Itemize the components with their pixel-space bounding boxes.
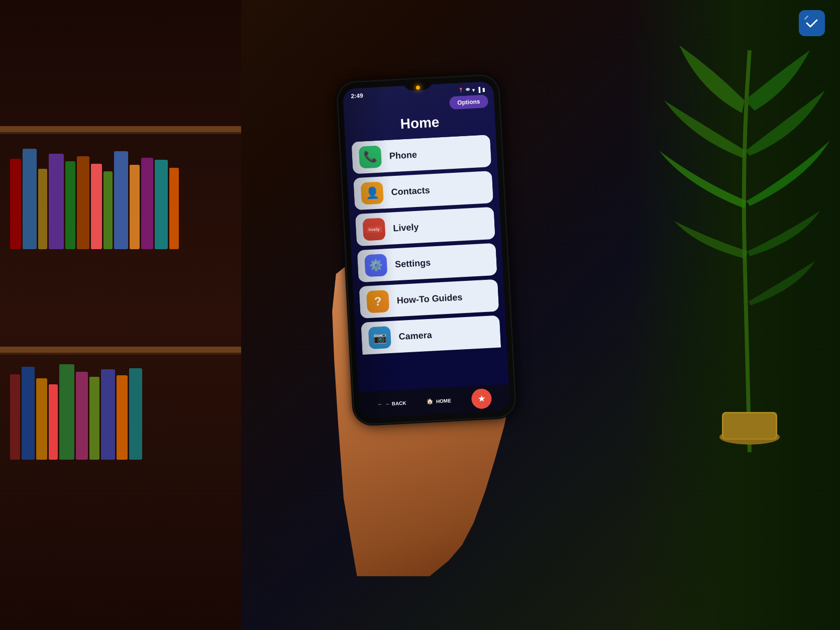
location-icon: 📍: [458, 88, 464, 93]
menu-item-phone[interactable]: 📞 Phone: [351, 135, 491, 174]
back-button[interactable]: ← ← BACK: [377, 400, 406, 407]
checkmark-badge-icon: [804, 15, 820, 31]
contacts-icon: 👤: [361, 181, 384, 204]
signal-icon: ▐: [477, 86, 481, 92]
battery-icon: ▮: [482, 86, 486, 92]
menu-label-contacts: Contacts: [391, 185, 430, 197]
urgent-button[interactable]: ★: [471, 388, 492, 409]
screen-content: Options Home 📞 Phone: [343, 94, 509, 392]
home-icon: 🏠: [427, 398, 434, 405]
camera-icon: 📷: [368, 326, 391, 349]
home-title: Home: [350, 112, 489, 135]
phone-device: 2:49 📍 👁 ▾ ▐ ▮ Options: [337, 75, 515, 425]
menu-label-lively: Lively: [393, 222, 419, 234]
menu-item-camera[interactable]: 📷 Camera: [361, 316, 501, 355]
options-button[interactable]: Options: [449, 94, 489, 110]
menu-item-howto[interactable]: ? How-To Guides: [359, 279, 499, 319]
phone-icon: 📞: [359, 145, 382, 168]
menu-label-phone: Phone: [389, 149, 417, 161]
wifi-icon: ▾: [472, 87, 475, 92]
back-arrow-icon: ←: [377, 401, 383, 407]
status-icons: 📍 👁 ▾ ▐ ▮: [458, 86, 486, 93]
lively-icon: lively: [362, 218, 385, 241]
menu-item-settings[interactable]: ⚙️ Settings: [357, 243, 497, 282]
menu-label-settings: Settings: [395, 257, 431, 270]
menu-item-contacts[interactable]: 👤 Contacts: [353, 171, 493, 210]
home-label: HOME: [436, 397, 452, 404]
scene-container: 2:49 📍 👁 ▾ ▐ ▮ Options: [0, 0, 840, 630]
watermark-badge: [799, 10, 825, 36]
back-label: ← BACK: [385, 400, 406, 406]
eye-icon: 👁: [466, 87, 471, 92]
phone-screen: 2:49 📍 👁 ▾ ▐ ▮ Options: [343, 81, 510, 418]
settings-icon: ⚙️: [364, 254, 387, 277]
lively-badge: lively: [366, 226, 382, 233]
menu-label-camera: Camera: [398, 330, 432, 342]
howto-icon: ?: [366, 290, 389, 313]
hand-phone-wrapper: 2:49 📍 👁 ▾ ▐ ▮ Options: [294, 69, 546, 561]
question-mark: ?: [374, 294, 382, 309]
status-time: 2:49: [351, 92, 363, 99]
home-button[interactable]: 🏠 HOME: [427, 397, 452, 405]
star-icon: ★: [477, 393, 486, 404]
menu-list: 📞 Phone 👤 Contacts: [351, 135, 502, 388]
menu-label-howto: How-To Guides: [396, 292, 463, 306]
menu-item-lively[interactable]: lively Lively: [355, 207, 495, 246]
